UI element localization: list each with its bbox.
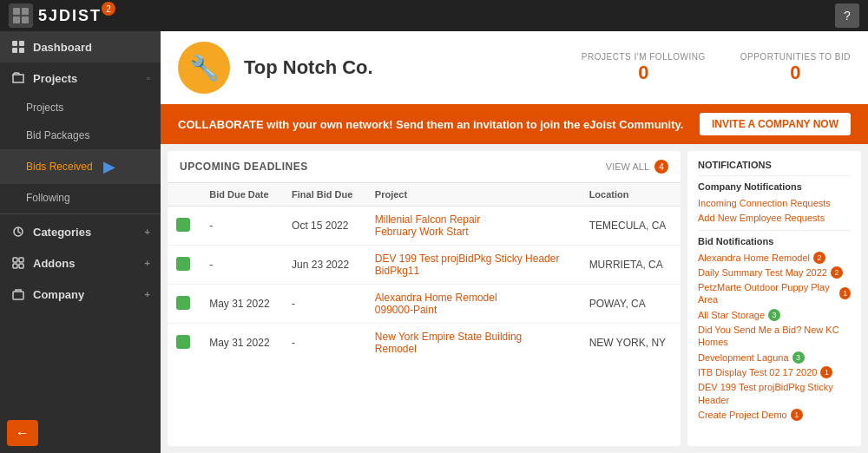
dashboard-icon [10,39,26,55]
svg-rect-0 [13,8,20,15]
back-button[interactable]: ← [7,420,38,446]
bid-notif-link[interactable]: PetzMarte Outdoor Puppy Play Area [698,281,836,306]
project-link[interactable]: DEV 199 Test projBidPkg Sticky Header [375,253,560,265]
project-link[interactable]: Alexandra Home Remodel [375,292,497,304]
bid-notif-link[interactable]: Did You Send Me a Bid? New KC Homes [698,324,851,349]
bid-notif-links: Alexandra Home Remodel2Daily Summary Tes… [698,252,851,422]
addons-expand-icon: + [145,258,150,268]
project-link[interactable]: New York Empire State Building [375,331,522,343]
table-header-row: Bid Due Date Final Bid Due Project Locat… [168,183,681,207]
bid-notif-link[interactable]: Development Laguna [698,351,789,364]
bid-notif-link[interactable]: Daily Summary Test May 2022 [698,266,827,279]
sidebar-item-bid-packages[interactable]: Bid Packages [0,121,161,149]
svg-rect-2 [13,16,20,23]
sidebar-item-company[interactable]: Company + [0,279,161,310]
sidebar-item-following-label: Following [26,192,70,204]
sidebar-item-bid-packages-label: Bid Packages [26,129,89,141]
categories-expand-icon: + [145,226,150,237]
sidebar-item-dashboard[interactable]: Dashboard [0,31,161,62]
status-icon [176,335,190,349]
col-bid-due: Bid Due Date [201,183,283,207]
bid-notif-link[interactable]: Create Project Demo [698,409,787,421]
row-status [168,324,201,363]
view-all-button[interactable]: VIEW ALL 4 [606,160,668,174]
bid-notif-row: All Star Storage3 [698,309,851,321]
svg-rect-11 [13,264,17,268]
deadlines-title: UPCOMING DEADLINES [180,161,308,173]
notif-badge: 2 [831,266,843,279]
svg-rect-7 [19,48,24,53]
sidebar-item-bids-received-label: Bids Received [26,161,93,173]
sidebar-item-categories-label: Categories [33,226,91,239]
bid-notif-link[interactable]: All Star Storage [698,309,765,321]
project-link-2[interactable]: 099000-Paint [375,304,437,316]
col-status [168,183,201,207]
sidebar-item-company-label: Company [33,288,84,301]
company-notif-title: Company Notifications [698,181,851,192]
bid-notif-link[interactable]: ITB Display Test 02 17 2020 [698,366,817,378]
bid-notif-link[interactable]: DEV 199 Test projBidPkg Sticky Header [698,381,851,406]
categories-icon [10,224,26,240]
col-project: Project [366,183,581,207]
row-bid-due: - [201,246,283,285]
content-area: 🔧 Top Notch Co. PROJECTS I'M FOLLOWING 0… [161,31,868,453]
status-icon [176,257,190,271]
svg-rect-10 [19,258,23,262]
main-layout: Dashboard Projects ▫ Projects Bid Packag… [0,31,868,453]
bid-notif-row: PetzMarte Outdoor Puppy Play Area1 [698,281,851,306]
company-logo-icon: 🔧 [189,54,220,82]
sidebar-item-dashboard-label: Dashboard [33,41,92,54]
project-link-2[interactable]: BidPkg11 [375,265,419,277]
sidebar-item-projects[interactable]: Projects ▫ [0,62,161,94]
sidebar-item-bids-received[interactable]: Bids Received ▶ [0,149,161,184]
company-notif-link[interactable]: Add New Employee Requests [698,212,851,224]
help-button[interactable]: ? [835,3,859,28]
notifications-title: NOTIFICATIONS [698,160,851,170]
company-icon [10,286,26,302]
svg-rect-9 [13,258,17,262]
invite-company-button[interactable]: INVITE A COMPANY NOW [700,113,851,135]
deadlines-table-container: Bid Due Date Final Bid Due Project Locat… [168,183,681,446]
notifications-section: NOTIFICATIONS Company Notifications Inco… [687,151,861,432]
addons-icon [10,255,26,271]
svg-rect-6 [12,48,17,53]
svg-rect-4 [12,41,17,46]
notif-badge: 1 [820,366,832,378]
sidebar-item-categories[interactable]: Categories + [0,216,161,247]
sidebar-item-addons[interactable]: Addons + [0,247,161,279]
row-project: Alexandra Home Remodel099000-Paint [366,285,581,324]
projects-expand-icon: ▫ [147,73,150,83]
notif-badge: 3 [768,309,780,321]
projects-icon [10,70,26,86]
company-notif-links: Incoming Connection RequestsAdd New Empl… [698,197,851,225]
row-bid-due: - [201,207,283,246]
bid-notif-row: DEV 199 Test projBidPkg Sticky Header [698,381,851,406]
table-row: - Jun 23 2022 DEV 199 Test projBidPkg St… [168,246,681,285]
table-row: - Oct 15 2022 Millenial Falcon RepairFeb… [168,207,681,246]
row-location: NEW YORK, NY [581,324,681,363]
notif-badge: 1 [791,409,803,421]
project-link[interactable]: Millenial Falcon Repair [375,213,480,226]
svg-rect-12 [19,264,23,268]
sidebar-item-projects-sub-label: Projects [26,102,63,114]
view-all-badge: 4 [654,160,668,174]
sidebar-item-following[interactable]: Following [0,184,161,212]
bid-notif-row: Daily Summary Test May 20222 [698,266,851,279]
project-link-2[interactable]: Remodel [375,343,417,355]
bid-notif-link[interactable]: Alexandra Home Remodel [698,252,810,264]
notif-divider-0 [698,175,851,176]
row-status [168,246,201,285]
row-final-bid-due: Oct 15 2022 [283,207,366,246]
bid-notif-row: Create Project Demo1 [698,409,851,421]
company-notif-link[interactable]: Incoming Connection Requests [698,197,851,209]
sidebar-item-projects-sub[interactable]: Projects [0,94,161,121]
left-panel: UPCOMING DEADLINES VIEW ALL 4 Bid Due Da… [168,151,681,446]
notif-badge: 3 [792,351,805,364]
project-link-2[interactable]: February Work Start [375,226,469,238]
company-stats: PROJECTS I'M FOLLOWING 0 OPPORTUNITIES T… [582,52,851,84]
col-location: Location [581,183,681,207]
logo-area: 5JDIST 2 [9,3,121,28]
col-final-bid-due: Final Bid Due [283,183,366,207]
status-icon [176,218,190,232]
row-location: TEMECULA, CA [581,207,681,246]
